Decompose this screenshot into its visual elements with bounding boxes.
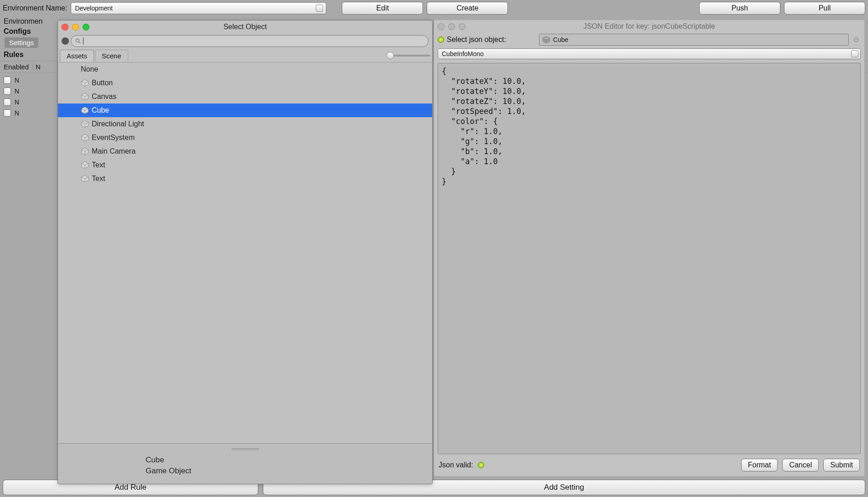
rule-enabled-checkbox[interactable] [4, 77, 11, 84]
json-object-select-row: Select json object: Cube [434, 33, 864, 47]
object-list-item[interactable]: Main Camera [58, 145, 432, 158]
push-button[interactable]: Push [699, 2, 780, 15]
cube-icon [81, 134, 89, 142]
svg-point-3 [856, 39, 857, 40]
footer-object-type: Game Object [63, 466, 427, 476]
json-textarea[interactable]: { "rotateX": 10.0, "rotateY": 10.0, "rot… [438, 63, 861, 454]
env-name-label: Environment Name: [3, 4, 67, 12]
environment-dropdown-value: Development [75, 5, 113, 12]
object-list-item-label: Main Camera [92, 147, 136, 155]
rule-enabled-checkbox[interactable] [4, 109, 11, 117]
object-list-item-label: Canvas [92, 93, 116, 101]
cube-icon [81, 79, 89, 87]
object-list-item-label: None [81, 65, 98, 73]
cube-icon [81, 175, 89, 183]
object-tabs: Assets Scene [58, 49, 432, 62]
col-n: N [36, 63, 41, 71]
format-button[interactable]: Format [741, 459, 778, 471]
rule-enabled-checkbox[interactable] [4, 98, 11, 106]
object-list-item-label: Cube [92, 106, 109, 114]
slider-track [394, 55, 430, 57]
cube-icon [81, 147, 89, 155]
pull-button[interactable]: Pull [784, 2, 865, 15]
thumbnail-size-slider[interactable] [387, 52, 430, 59]
object-list-item-label: Text [92, 175, 105, 183]
json-valid-led-icon [478, 462, 484, 468]
rule-label: N [15, 109, 19, 117]
json-editor-bottom-bar: Json valid: Format Cancel Submit [434, 456, 864, 476]
json-valid-label: Json valid: [439, 461, 473, 469]
object-list-item[interactable]: Directional Light [58, 117, 432, 131]
footer-object-name: Cube [63, 455, 427, 466]
cube-icon [81, 161, 89, 169]
svg-point-0 [76, 39, 79, 42]
cube-icon [81, 120, 89, 128]
settings-tab[interactable]: Settings [5, 37, 38, 48]
search-icon [75, 38, 81, 44]
component-type-value: CubeInfoMono [442, 50, 484, 57]
json-editor-title: JSON Editor for key: jsonCubeScriptable [434, 22, 864, 31]
object-list-item[interactable]: Button [58, 76, 432, 90]
object-list[interactable]: NoneButtonCanvasCubeDirectional LightEve… [58, 62, 432, 443]
submit-button[interactable]: Submit [823, 459, 860, 471]
search-row [58, 33, 432, 49]
select-object-dialog: Select Object Assets Scene NoneButtonCan… [58, 20, 433, 484]
object-picker-button[interactable] [852, 35, 861, 44]
cube-icon [81, 106, 89, 114]
select-object-footer: Cube Game Object [58, 443, 432, 484]
select-object-titlebar[interactable]: Select Object [58, 21, 432, 33]
object-list-item[interactable]: Canvas [58, 90, 432, 104]
object-list-item[interactable]: Cube [58, 104, 432, 117]
main-toolbar: Environment Name: Development Edit Creat… [0, 0, 868, 16]
environment-dropdown[interactable]: Development [71, 2, 326, 14]
object-list-item[interactable]: EventSystem [58, 131, 432, 145]
create-button[interactable]: Create [427, 2, 508, 15]
tab-assets[interactable]: Assets [60, 50, 94, 62]
select-object-title: Select Object [58, 23, 432, 31]
json-object-name: Cube [553, 36, 568, 43]
target-icon [853, 36, 859, 43]
svg-line-1 [79, 42, 81, 44]
select-json-object-label: Select json object: [447, 36, 506, 44]
status-led-icon [438, 36, 444, 43]
object-list-item-label: EventSystem [92, 134, 135, 142]
json-object-field[interactable]: Cube [539, 34, 849, 46]
rule-enabled-checkbox[interactable] [4, 88, 11, 95]
cube-icon [542, 36, 550, 44]
object-list-item-label: Directional Light [92, 120, 144, 128]
object-list-item[interactable]: None [58, 62, 432, 76]
object-list-item[interactable]: Text [58, 158, 432, 172]
rule-label: N [15, 88, 19, 95]
rule-label: N [15, 98, 19, 106]
object-list-item[interactable]: Text [58, 172, 432, 186]
slider-thumb-icon[interactable] [387, 52, 394, 59]
json-editor-titlebar[interactable]: JSON Editor for key: jsonCubeScriptable [434, 20, 864, 33]
cancel-button[interactable]: Cancel [782, 459, 819, 471]
col-enabled: Enabled [4, 63, 33, 71]
object-list-item-label: Text [92, 161, 105, 169]
resize-grip-icon[interactable] [231, 448, 259, 450]
cube-icon [81, 93, 89, 101]
filter-toggle-icon[interactable] [62, 37, 69, 45]
json-editor-panel: JSON Editor for key: jsonCubeScriptable … [434, 20, 864, 476]
search-input[interactable] [71, 35, 429, 47]
tab-scene[interactable]: Scene [95, 50, 128, 62]
rule-label: N [15, 77, 19, 84]
component-type-dropdown[interactable]: CubeInfoMono [438, 48, 861, 59]
edit-button[interactable]: Edit [342, 2, 423, 15]
text-caret [83, 37, 84, 45]
object-list-item-label: Button [92, 79, 113, 87]
